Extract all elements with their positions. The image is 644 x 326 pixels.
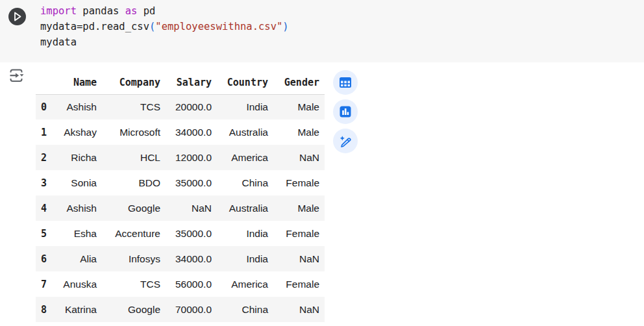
dataframe-header-row: NameCompanySalaryCountryGender	[36, 71, 325, 94]
row-index: 5	[36, 221, 51, 246]
table-cell: Richa	[51, 145, 102, 170]
code-token: (	[149, 21, 155, 32]
code-line: import pandas as pd	[40, 3, 289, 19]
table-cell: Ashish	[51, 195, 102, 221]
code-line: mydata=pd.read_csv("employeeswithna.csv"…	[40, 19, 289, 34]
table-cell: 34000.0	[166, 246, 217, 271]
table-cell: Male	[273, 195, 325, 221]
table-cell: America	[217, 145, 273, 170]
interactive-table-button[interactable]	[333, 70, 358, 95]
table-row: 5EshaAccenture35000.0IndiaFemale	[36, 221, 325, 246]
table-cell: America	[217, 271, 273, 297]
corner-cell	[36, 71, 51, 94]
code-token: import	[40, 5, 77, 17]
table-cell: 35000.0	[166, 221, 217, 246]
row-index: 7	[36, 271, 51, 297]
row-index: 1	[36, 119, 51, 145]
table-row: 3SoniaBDO35000.0ChinaFemale	[36, 170, 325, 195]
table-cell: NaN	[273, 145, 325, 170]
dataframe-body: 0AshishTCS20000.0IndiaMale1AkshayMicroso…	[36, 94, 325, 322]
dataframe-table: NameCompanySalaryCountryGender 0AshishTC…	[36, 71, 325, 322]
table-cell: 56000.0	[166, 271, 217, 297]
table-cell: Esha	[51, 221, 102, 246]
table-cell: 20000.0	[166, 94, 217, 119]
table-cell: China	[217, 297, 273, 322]
notebook-view: { "colors": { "cell_bg": "#f7f7f7", "cod…	[0, 0, 644, 326]
column-header: Name	[51, 71, 102, 94]
table-cell: Katrina	[51, 297, 102, 322]
table-cell: Australia	[217, 195, 273, 221]
play-icon	[8, 8, 26, 25]
table-cell: NaN	[273, 297, 325, 322]
table-cell: 35000.0	[166, 170, 217, 195]
table-cell: Australia	[217, 119, 273, 145]
table-cell: Male	[273, 94, 325, 119]
table-cell: Female	[273, 221, 325, 246]
table-cell: HCL	[102, 145, 166, 170]
table-cell: Accenture	[102, 221, 166, 246]
output-toolbar	[333, 70, 358, 153]
column-header: Gender	[273, 71, 325, 94]
code-token: pandas	[77, 5, 125, 17]
column-header: Country	[217, 71, 273, 94]
suggest-charts-button[interactable]	[333, 99, 358, 124]
table-grid-icon	[338, 75, 353, 90]
table-cell: BDO	[102, 170, 166, 195]
row-index: 0	[36, 94, 51, 119]
column-header: Salary	[166, 71, 217, 94]
bar-chart-icon	[338, 105, 353, 119]
output-options-icon	[7, 66, 25, 85]
code-line: mydata	[40, 34, 289, 50]
row-index: 8	[36, 297, 51, 322]
row-index: 6	[36, 246, 51, 271]
table-row: 1AkshayMicrosoft34000.0AustraliaMale	[36, 119, 325, 145]
table-cell: NaN	[166, 195, 217, 221]
table-cell: Akshay	[51, 119, 102, 145]
table-cell: Alia	[51, 246, 102, 271]
run-cell-button[interactable]	[8, 8, 26, 25]
code-token: as	[125, 5, 138, 17]
code-token: mydata	[40, 36, 77, 48]
row-index: 3	[36, 170, 51, 195]
table-cell: Ashish	[51, 94, 102, 119]
table-cell: 70000.0	[166, 297, 217, 322]
table-cell: China	[217, 170, 273, 195]
table-cell: NaN	[273, 246, 325, 271]
table-cell: Sonia	[51, 170, 102, 195]
row-index: 4	[36, 195, 51, 221]
table-row: 8KatrinaGoogle70000.0ChinaNaN	[36, 297, 325, 322]
table-cell: Anuska	[51, 271, 102, 297]
magic-pencil-icon	[338, 134, 353, 148]
table-cell: 34000.0	[166, 119, 217, 145]
code-editor[interactable]: import pandas as pdmydata=pd.read_csv("e…	[40, 3, 289, 50]
generate-code-button[interactable]	[333, 129, 358, 153]
code-token: "employeeswithna.csv"	[155, 21, 282, 32]
table-cell: Google	[102, 297, 166, 322]
code-token: mydata=pd.read_csv	[40, 21, 149, 32]
row-index: 2	[36, 145, 51, 170]
table-cell: India	[217, 221, 273, 246]
code-cell: import pandas as pdmydata=pd.read_csv("e…	[0, 0, 644, 62]
column-header: Company	[102, 71, 166, 94]
table-row: 0AshishTCS20000.0IndiaMale	[36, 94, 325, 119]
table-cell: Infosys	[102, 246, 166, 271]
table-cell: Microsoft	[102, 119, 166, 145]
table-row: 2RichaHCL12000.0AmericaNaN	[36, 145, 325, 170]
output-options-button[interactable]	[7, 66, 25, 85]
table-cell: TCS	[102, 271, 166, 297]
table-cell: Male	[273, 119, 325, 145]
table-cell: India	[217, 246, 273, 271]
table-cell: TCS	[102, 94, 166, 119]
table-row: 7AnuskaTCS56000.0AmericaFemale	[36, 271, 325, 297]
table-cell: Female	[273, 271, 325, 297]
table-row: 6AliaInfosys34000.0IndiaNaN	[36, 246, 325, 271]
code-token: )	[282, 21, 288, 32]
table-cell: Google	[102, 195, 166, 221]
code-token: pd	[137, 5, 155, 17]
table-row: 4AshishGoogleNaNAustraliaMale	[36, 195, 325, 221]
table-cell: Female	[273, 170, 325, 195]
table-cell: India	[217, 94, 273, 119]
table-cell: 12000.0	[166, 145, 217, 170]
